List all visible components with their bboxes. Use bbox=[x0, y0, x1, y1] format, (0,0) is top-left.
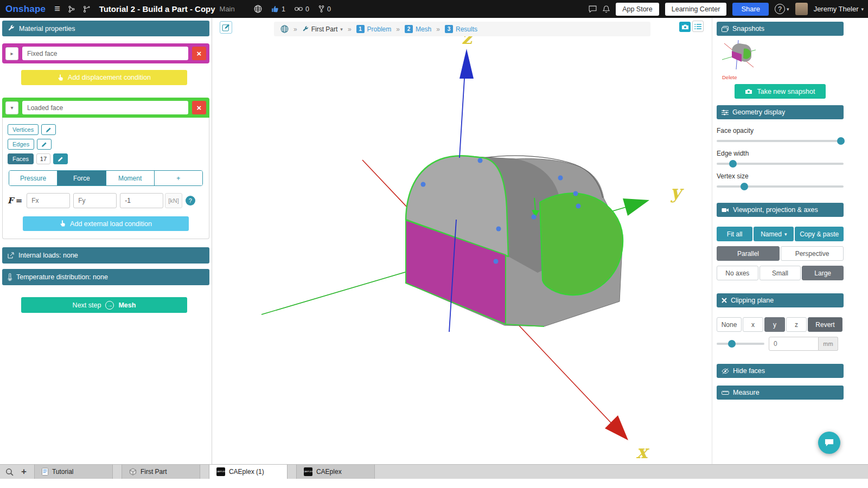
clipping-plane-header[interactable]: Clipping plane bbox=[717, 293, 844, 307]
tab-first-part[interactable]: First Part bbox=[122, 465, 200, 479]
small-axes-button[interactable]: Small bbox=[760, 266, 801, 280]
hide-faces-label: Hide faces bbox=[733, 367, 765, 375]
next-step-button[interactable]: Next step → Mesh bbox=[21, 297, 187, 313]
share-button[interactable]: Share bbox=[732, 3, 769, 16]
globe-icon[interactable] bbox=[280, 25, 289, 33]
edges-button[interactable]: Edges bbox=[8, 139, 34, 150]
edit-vertices-button[interactable] bbox=[41, 124, 56, 135]
edit-edges-button[interactable] bbox=[37, 139, 52, 150]
geometry-display-header[interactable]: Geometry display bbox=[717, 105, 844, 119]
delete-fixed-face-button[interactable]: × bbox=[192, 47, 206, 60]
screenshot-camera-button[interactable] bbox=[679, 22, 691, 32]
vertex-size-slider[interactable] bbox=[717, 183, 844, 190]
tab-pressure[interactable]: Pressure bbox=[9, 171, 57, 185]
learning-center-button[interactable]: Learning Center bbox=[665, 3, 727, 16]
slider-knob[interactable] bbox=[837, 137, 845, 145]
named-views-button[interactable]: Named ▾ bbox=[754, 227, 794, 241]
temperature-header[interactable]: Temperature distribution: none bbox=[2, 269, 209, 285]
add-external-load-button[interactable]: Add external load condition bbox=[23, 216, 189, 231]
collapse-condition-button[interactable]: ▾ bbox=[5, 101, 18, 114]
force-symbol: F= bbox=[8, 196, 22, 206]
public-globe-icon[interactable] bbox=[254, 5, 262, 13]
workspace-name[interactable]: Main bbox=[220, 5, 235, 13]
fit-all-button[interactable]: Fit all bbox=[717, 227, 752, 241]
force-help-icon[interactable]: ? bbox=[186, 196, 195, 206]
faces-button[interactable]: Faces bbox=[8, 153, 34, 164]
take-snapshot-button[interactable]: Take new snapshot bbox=[735, 84, 826, 99]
fixed-face-name-input[interactable] bbox=[22, 47, 188, 60]
no-axes-button[interactable]: No axes bbox=[717, 266, 758, 280]
vertex-size-label: Vertex size bbox=[717, 172, 844, 180]
eye-slash-icon bbox=[722, 368, 729, 374]
help-menu[interactable]: ? ▾ bbox=[775, 4, 789, 14]
face-opacity-slider[interactable] bbox=[717, 137, 844, 145]
video-camera-icon bbox=[722, 208, 729, 213]
edge-width-slider[interactable] bbox=[717, 160, 844, 168]
copy-paste-view-button[interactable]: Copy & paste bbox=[795, 227, 844, 241]
loaded-face-name-input[interactable] bbox=[22, 101, 188, 114]
next-step-target: Mesh bbox=[118, 301, 136, 309]
app-store-button[interactable]: App Store bbox=[616, 3, 659, 16]
user-menu[interactable]: Jeremy Theler ▾ bbox=[814, 5, 864, 13]
internal-loads-header[interactable]: Internal loads: none bbox=[2, 247, 209, 264]
snapshot-thumbnail[interactable] bbox=[720, 38, 758, 72]
slider-knob[interactable] bbox=[729, 160, 737, 168]
view-list-button[interactable] bbox=[692, 21, 704, 32]
snapshots-header[interactable]: Snapshots bbox=[717, 22, 844, 36]
step-problem[interactable]: 1 Problem bbox=[356, 25, 392, 33]
loaded-face-details: Vertices Edges Faces 17 Pressure Force M… bbox=[2, 118, 209, 239]
fx-input[interactable] bbox=[27, 193, 70, 208]
edit-part-button[interactable] bbox=[220, 21, 232, 34]
branch-icon[interactable] bbox=[83, 5, 91, 13]
slider-knob[interactable] bbox=[728, 340, 736, 348]
delete-snapshot-link[interactable]: Delete bbox=[722, 74, 844, 80]
vertices-button[interactable]: Vertices bbox=[8, 124, 39, 135]
clip-none-button[interactable]: None bbox=[717, 317, 742, 332]
clip-y-button[interactable]: y bbox=[764, 317, 785, 332]
delete-loaded-face-button[interactable]: × bbox=[192, 101, 206, 114]
slider-knob[interactable] bbox=[741, 183, 748, 190]
tab-force[interactable]: Force bbox=[57, 171, 105, 185]
viewpoint-header[interactable]: Viewpoint, projection & axes bbox=[717, 203, 844, 217]
clip-x-button[interactable]: x bbox=[743, 317, 763, 332]
likes-counter[interactable]: 1 bbox=[271, 5, 285, 13]
user-name: Jeremy Theler bbox=[814, 5, 859, 13]
step-mesh[interactable]: 2 Mesh bbox=[405, 25, 431, 33]
forks-counter[interactable]: 0 bbox=[318, 5, 331, 13]
measure-header[interactable]: Measure bbox=[717, 386, 844, 400]
step-results[interactable]: 3 Results bbox=[445, 25, 477, 33]
versions-icon[interactable] bbox=[68, 5, 75, 13]
new-tab-button[interactable]: + bbox=[21, 466, 27, 477]
fy-input[interactable] bbox=[73, 193, 117, 208]
feedback-chat-icon[interactable] bbox=[589, 5, 597, 12]
links-counter[interactable]: 0 bbox=[295, 5, 309, 13]
tab-caeplex-2[interactable]: CAEPLEX CAEplex bbox=[296, 465, 375, 479]
fz-input[interactable] bbox=[120, 193, 163, 208]
perspective-button[interactable]: Perspective bbox=[781, 246, 844, 261]
clip-z-button[interactable]: z bbox=[786, 317, 807, 332]
clipping-offset-input[interactable] bbox=[769, 337, 819, 351]
avatar[interactable] bbox=[795, 3, 808, 15]
step-label: Problem bbox=[367, 25, 392, 33]
notifications-bell-icon[interactable] bbox=[603, 5, 610, 13]
main-menu-icon[interactable]: ≡ bbox=[54, 3, 60, 15]
clip-revert-button[interactable]: Revert bbox=[808, 317, 843, 332]
tab-tutorial[interactable]: Tutorial bbox=[34, 465, 113, 479]
breadcrumb-part[interactable]: First Part ▾ bbox=[302, 25, 343, 33]
add-displacement-button[interactable]: Add displacement condition bbox=[21, 70, 187, 85]
breadcrumb: » First Part ▾ » 1 Problem » 2 Mesh » 3 … bbox=[274, 22, 650, 36]
tab-caeplex-1[interactable]: CAEPLEX CAEplex (1) bbox=[209, 465, 288, 479]
chat-launcher-button[interactable] bbox=[818, 432, 840, 454]
large-axes-button[interactable]: Large bbox=[802, 266, 844, 280]
onshape-logo[interactable]: Onshape bbox=[5, 4, 46, 15]
material-properties-header[interactable]: Material properties bbox=[2, 21, 209, 36]
clipping-offset-slider[interactable] bbox=[717, 340, 764, 348]
3d-viewport[interactable]: z y x bbox=[212, 18, 712, 464]
tab-moment[interactable]: Moment bbox=[106, 171, 154, 185]
search-tabs-icon[interactable] bbox=[5, 468, 14, 476]
parallel-button[interactable]: Parallel bbox=[717, 246, 780, 261]
tab-add-load-type[interactable]: + bbox=[154, 171, 202, 185]
edit-faces-button[interactable] bbox=[53, 153, 68, 164]
hide-faces-header[interactable]: Hide faces bbox=[717, 364, 844, 378]
expand-condition-button[interactable]: ▸ bbox=[5, 47, 18, 60]
